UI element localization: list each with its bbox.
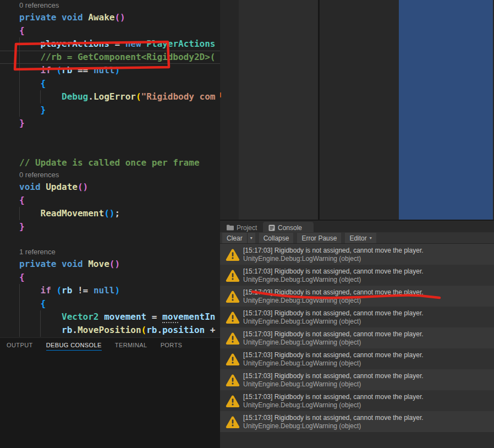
panel-tab-bar: OUTPUT DEBUG CONSOLE TERMINAL PORTS (0, 338, 220, 352)
code-token: private void (19, 259, 88, 269)
code-line-blank[interactable] (19, 130, 220, 143)
indent-guide (19, 207, 20, 220)
code-line[interactable]: private void Move() (19, 258, 220, 271)
code-token: + (205, 325, 220, 335)
code-token: ( (56, 65, 62, 75)
console-entry-message: [15:17:03] Rigidbody is not assigned, ca… (243, 351, 424, 359)
code-token: rb (62, 285, 72, 296)
warning-icon (226, 374, 240, 386)
code-line[interactable]: } (19, 103, 220, 117)
code-token: { (41, 298, 46, 309)
code-line[interactable]: Debug.LogError("Rigidbody com (19, 90, 220, 103)
console-entry[interactable]: [15:17:03] Rigidbody is not assigned, ca… (220, 327, 494, 348)
tab-console[interactable]: Console (263, 222, 314, 233)
console-entry[interactable]: [15:17:03] Rigidbody is not assigned, ca… (220, 390, 494, 411)
tab-debug-console[interactable]: DEBUG CONSOLE (46, 340, 102, 351)
tab-project[interactable]: Project (221, 222, 262, 233)
tab-ports[interactable]: PORTS (161, 340, 183, 351)
codelens-link[interactable]: 1 reference (19, 247, 220, 258)
console-entry[interactable]: [15:17:03] Rigidbody is not assigned, ca… (220, 348, 494, 369)
error-pause-button[interactable]: Error Pause (297, 233, 341, 243)
code-token: null (94, 285, 115, 296)
tab-terminal[interactable]: TERMINAL (115, 340, 147, 351)
console-entry[interactable]: [15:17:03] Rigidbody is not assigned, ca… (220, 307, 494, 327)
code-token: playerActions (41, 39, 109, 49)
code-line[interactable]: ReadMovement(); (19, 207, 220, 220)
code-line[interactable]: rb.MovePosition(rb.position + (19, 324, 220, 337)
code-token: mov (162, 312, 178, 323)
tab-project-label: Project (237, 224, 257, 232)
console-icon (268, 225, 275, 231)
code-line[interactable]: // Update is called once per frame (19, 156, 220, 170)
console-entry-stacktrace: UnityEngine.Debug:LogWarning (object) (243, 359, 424, 368)
console-entry-stacktrace: UnityEngine.Debug:LogWarning (object) (243, 380, 424, 389)
console-entry-message: [15:17:03] Rigidbody is not assigned, ca… (243, 393, 424, 401)
code-token: ( (141, 325, 147, 335)
code-token: () (109, 259, 120, 269)
code-line[interactable]: Vector2 movement = movementIn (19, 310, 220, 324)
console-entry-message: [15:17:03] Rigidbody is not assigned, ca… (243, 372, 424, 380)
clear-dropdown-button[interactable]: ▾ (248, 233, 255, 243)
console-entry[interactable]: [15:17:03] Rigidbody is not assigned, ca… (220, 286, 494, 307)
code-line[interactable]: { (19, 194, 220, 207)
code-token: ; (114, 208, 120, 218)
console-entry-message: [15:17:03] Rigidbody is not assigned, ca… (243, 309, 424, 318)
code-line[interactable]: private void Awake() (19, 11, 220, 24)
vscode-editor[interactable]: 0 referencesprivate void Awake(){ player… (0, 0, 220, 337)
code-line[interactable]: void Update() (19, 181, 220, 194)
console-entry-message: [15:17:03] Rigidbody is not assigned, ca… (243, 414, 424, 422)
code-token: ) (114, 285, 120, 296)
console-entry[interactable]: [15:17:03] Rigidbody is not assigned, ca… (220, 244, 494, 265)
code-token: } (19, 221, 25, 232)
chevron-down-icon: ▾ (370, 236, 372, 241)
code-lines: 0 referencesprivate void Awake(){ player… (19, 0, 220, 337)
code-line[interactable]: //rb = GetComponent<Rigidbody2D>( (19, 51, 220, 64)
console-entry[interactable]: [15:17:03] Rigidbody is not assigned, ca… (220, 369, 494, 390)
code-token: new (125, 39, 141, 49)
code-line[interactable]: if (rb != null) (19, 284, 220, 297)
code-line-blank[interactable] (19, 143, 220, 156)
code-token: Awake (88, 12, 114, 23)
code-token (51, 285, 57, 296)
code-token: ( (136, 91, 141, 102)
code-token (19, 65, 41, 75)
code-token: . (157, 325, 162, 335)
console-empty-area[interactable] (220, 432, 494, 448)
code-token: () (78, 182, 88, 192)
clear-button[interactable]: Clear (222, 233, 248, 243)
warning-icon (226, 311, 240, 324)
collapse-button[interactable]: Collapse (259, 233, 294, 243)
code-token: ReadMovement (41, 208, 105, 218)
code-line[interactable]: if (rb == null) (19, 64, 220, 77)
code-token: Vector2 (62, 312, 98, 322)
code-line[interactable]: playerActions = new PlayerActions (19, 37, 220, 51)
warning-icon (226, 395, 240, 407)
code-line[interactable]: { (19, 24, 220, 37)
editor-dropdown-button[interactable]: Editor▾ (345, 233, 376, 243)
code-line-blank[interactable] (19, 233, 220, 247)
tab-output[interactable]: OUTPUT (7, 340, 33, 351)
warning-icon (226, 248, 240, 261)
console-entry[interactable]: [15:17:03] Rigidbody is not assigned, ca… (220, 265, 494, 286)
code-token: rb (62, 65, 72, 75)
unity-blue-selection-panel (399, 0, 493, 220)
code-line[interactable]: { (19, 271, 220, 284)
console-entry[interactable]: [15:17:03] Rigidbody is not assigned, ca… (220, 411, 494, 432)
error-pause-label: Error Pause (301, 234, 337, 242)
code-line[interactable]: { (19, 297, 220, 310)
code-token: if (41, 65, 51, 75)
codelens-link[interactable]: 0 references (19, 170, 220, 181)
codelens-link[interactable]: 0 references (19, 0, 220, 11)
console-entry-message: [15:17:03] Rigidbody is not assigned, ca… (243, 267, 424, 276)
unity-hierarchy-panel (239, 0, 318, 220)
code-token: Update (46, 182, 78, 192)
code-token: ( (56, 285, 62, 296)
code-token: ) (114, 65, 120, 75)
indent-guide (19, 37, 20, 117)
code-line[interactable]: } (19, 220, 220, 233)
code-token (19, 52, 41, 62)
code-token: ementIn (178, 312, 215, 322)
code-line[interactable]: } (19, 117, 220, 130)
code-line[interactable]: { (19, 77, 220, 90)
warning-icon (226, 416, 240, 428)
